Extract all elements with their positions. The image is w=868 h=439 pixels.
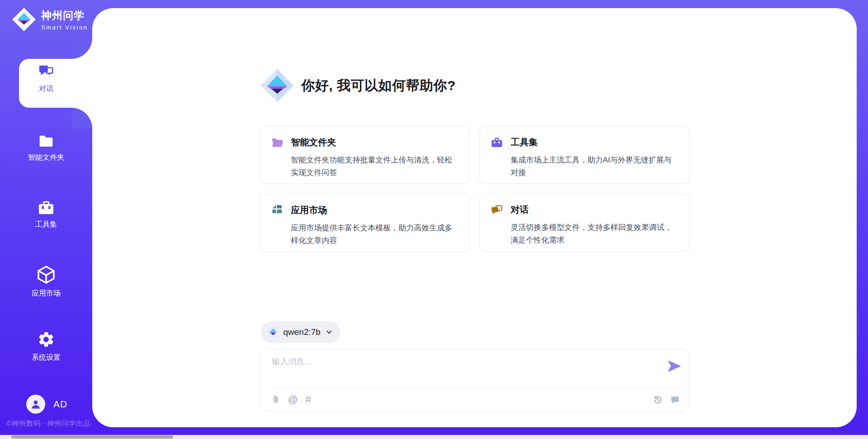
card-description: 灵活切换多模型文件，支持多样回复效果调试，满足个性化需求 bbox=[511, 221, 678, 247]
scrollbar-thumb[interactable] bbox=[11, 435, 173, 439]
card-chat[interactable]: 对话 灵活切换多模型文件，支持多样回复效果调试，满足个性化需求 bbox=[480, 194, 689, 252]
message-input[interactable] bbox=[271, 355, 642, 382]
card-description: 智能文件夹功能支持批量文件上传与清洗，轻松实现文件问答 bbox=[291, 154, 458, 179]
card-title: 应用市场 bbox=[291, 204, 327, 216]
greeting: 你好, 我可以如何帮助你? bbox=[260, 68, 456, 103]
person-icon bbox=[30, 398, 42, 410]
history-icon[interactable] bbox=[653, 395, 663, 405]
feature-cards: 智能文件夹 智能文件夹功能支持批量文件上传与清洗，轻松实现文件问答 工具集 bbox=[260, 126, 689, 252]
composer-divider bbox=[269, 387, 680, 388]
hash-icon[interactable]: # bbox=[306, 395, 311, 405]
at-icon[interactable]: @ bbox=[288, 395, 298, 405]
composer-tools-right bbox=[653, 395, 680, 405]
greeting-title: 你好, 我可以如何帮助你? bbox=[302, 76, 456, 95]
message-icon[interactable] bbox=[670, 395, 680, 405]
brand-logo-icon bbox=[12, 7, 36, 32]
sidebar-item-app-market[interactable]: 应用市场 bbox=[0, 265, 92, 298]
avatar bbox=[26, 395, 45, 414]
sidebar-item-label: 工具集 bbox=[35, 220, 57, 229]
sidebar-footer: ©神州数码 · 神州问学出品 bbox=[6, 419, 90, 429]
user-profile[interactable]: AD bbox=[26, 395, 67, 414]
sidebar: 神州问学 Smart Vision 对话 智能文件夹 bbox=[0, 0, 92, 439]
model-selector[interactable]: qwen2:7b bbox=[261, 321, 340, 343]
send-icon bbox=[667, 359, 681, 373]
horizontal-scrollbar[interactable] bbox=[0, 435, 868, 439]
sidebar-item-label: 系统设置 bbox=[32, 353, 61, 363]
composer-tools-left: @ # bbox=[271, 395, 311, 405]
chat-bubbles-icon bbox=[491, 204, 503, 216]
tab-curve-bottom bbox=[71, 108, 92, 129]
folder-open-icon bbox=[271, 136, 283, 148]
app-root: 神州问学 Smart Vision 对话 智能文件夹 bbox=[0, 0, 868, 439]
sidebar-item-smart-folder[interactable]: 智能文件夹 bbox=[0, 133, 92, 162]
model-name: qwen2:7b bbox=[283, 327, 321, 337]
paperclip-icon[interactable] bbox=[271, 395, 280, 405]
cube-icon bbox=[37, 265, 56, 284]
brand-name: 神州问学 bbox=[41, 9, 88, 23]
sidebar-item-chat[interactable]: 对话 bbox=[0, 64, 92, 94]
card-toolset[interactable]: 工具集 集成市场上主流工具，助力AI与外界无缝扩展与对接 bbox=[480, 126, 689, 184]
user-initials: AD bbox=[53, 399, 67, 410]
chat-bubbles-icon bbox=[38, 64, 55, 80]
chevron-down-icon bbox=[325, 328, 333, 336]
sidebar-item-settings[interactable]: 系统设置 bbox=[0, 330, 92, 363]
briefcase-icon bbox=[37, 199, 55, 215]
card-title: 智能文件夹 bbox=[291, 136, 336, 148]
card-title: 工具集 bbox=[511, 136, 538, 148]
sidebar-item-label: 应用市场 bbox=[32, 289, 61, 298]
sidebar-item-toolset[interactable]: 工具集 bbox=[0, 199, 92, 229]
gear-icon bbox=[37, 330, 55, 348]
briefcase-icon bbox=[491, 136, 503, 148]
message-composer: @ # bbox=[260, 348, 689, 412]
main-content: 你好, 我可以如何帮助你? 智能文件夹 智能文件夹功能支持批量文件上传与清洗，轻… bbox=[260, 8, 689, 427]
tab-curve-top bbox=[71, 38, 92, 59]
model-logo-icon bbox=[267, 326, 279, 338]
sidebar-item-label: 智能文件夹 bbox=[28, 153, 64, 162]
assistant-logo-icon bbox=[260, 68, 294, 103]
app-grid-icon bbox=[271, 204, 283, 216]
brand-subtitle: Smart Vision bbox=[41, 24, 88, 31]
main-panel: 你好, 我可以如何帮助你? 智能文件夹 智能文件夹功能支持批量文件上传与清洗，轻… bbox=[92, 8, 857, 427]
card-title: 对话 bbox=[511, 204, 529, 216]
folder-icon bbox=[37, 133, 55, 148]
card-description: 应用市场提供丰富长文本模板，助力高效生成多样化文章内容 bbox=[291, 222, 458, 247]
card-smart-folder[interactable]: 智能文件夹 智能文件夹功能支持批量文件上传与清洗，轻松实现文件问答 bbox=[260, 126, 470, 184]
send-button[interactable] bbox=[666, 359, 682, 374]
card-description: 集成市场上主流工具，助力AI与外界无缝扩展与对接 bbox=[511, 154, 678, 179]
brand: 神州问学 Smart Vision bbox=[12, 7, 88, 32]
card-app-market[interactable]: 应用市场 应用市场提供丰富长文本模板，助力高效生成多样化文章内容 bbox=[260, 194, 470, 252]
sidebar-item-label: 对话 bbox=[39, 84, 53, 94]
